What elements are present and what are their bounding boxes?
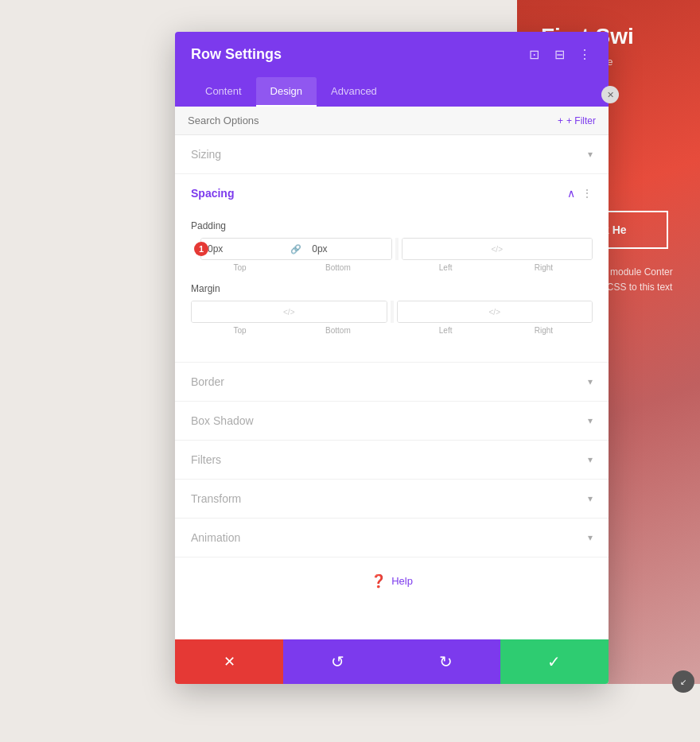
spacing-section-header[interactable]: Spacing ∧ ⋮: [175, 174, 609, 212]
section-transform: Transform ▾: [175, 480, 609, 519]
tab-content[interactable]: Content: [191, 77, 256, 107]
section-animation: Animation ▾: [175, 519, 609, 557]
box-shadow-chevron-icon: ▾: [588, 415, 593, 426]
padding-left-input[interactable]: [402, 239, 488, 259]
border-section-title: Border: [191, 375, 224, 388]
spacing-section-icons: ∧ ⋮: [567, 187, 593, 200]
help-text[interactable]: Help: [391, 575, 413, 587]
padding-bottom-label: Bottom: [289, 263, 387, 272]
padding-label: Padding: [191, 220, 593, 231]
search-input[interactable]: [188, 115, 558, 126]
box-shadow-section-header[interactable]: Box Shadow ▾: [175, 402, 609, 440]
separator: [395, 238, 399, 260]
margin-left-right-pair: </>: [397, 301, 593, 323]
animation-section-title: Animation: [191, 531, 240, 544]
filters-section-header[interactable]: Filters ▾: [175, 441, 609, 479]
section-filters: Filters ▾: [175, 441, 609, 480]
modal-header-icons: ⊡ ⊟ ⋮: [526, 47, 593, 63]
padding-tb-labels: Top Bottom: [191, 263, 387, 272]
filter-plus-icon: +: [558, 115, 563, 126]
padding-top-input[interactable]: [201, 239, 286, 259]
modal-content: Sizing ▾ Spacing ∧ ⋮ Padding 1: [175, 135, 609, 639]
filters-section-title: Filters: [191, 453, 221, 466]
cancel-icon: ✕: [224, 653, 235, 670]
padding-left-label: Left: [397, 263, 495, 272]
link-margin-tb-icon[interactable]: </>: [279, 301, 298, 322]
margin-label-separator: [391, 326, 394, 335]
filter-button[interactable]: + + Filter: [558, 115, 596, 126]
modal-header: Row Settings ⊡ ⊟ ⋮: [175, 32, 609, 77]
drag-icon: ↙: [680, 678, 686, 686]
padding-row-wrapper: 1 🔗 </>: [200, 238, 593, 260]
row-settings-modal: Row Settings ⊡ ⊟ ⋮ Content Design Advanc…: [175, 32, 609, 684]
padding-lr-labels: Left Right: [397, 263, 593, 272]
margin-fields-row: </> </>: [191, 301, 593, 323]
padding-fields-row: 🔗 </>: [200, 238, 593, 260]
step-badge: 1: [194, 242, 208, 256]
margin-separator: [391, 301, 394, 323]
section-border: Border ▾: [175, 363, 609, 402]
more-options-icon[interactable]: ⋮: [577, 47, 593, 63]
section-box-shadow: Box Shadow ▾: [175, 402, 609, 441]
margin-right-input[interactable]: [504, 301, 592, 322]
sizing-section-header[interactable]: Sizing ▾: [175, 135, 609, 173]
modal-footer: ✕ ↺ ↻ ✓: [175, 639, 609, 684]
border-section-header[interactable]: Border ▾: [175, 363, 609, 401]
columns-icon[interactable]: ⊟: [551, 47, 567, 63]
margin-left-label: Left: [397, 326, 495, 335]
modal-title: Row Settings: [191, 46, 282, 63]
confirm-icon: ✓: [547, 652, 561, 671]
animation-chevron-icon: ▾: [588, 532, 593, 543]
tab-design[interactable]: Design: [256, 77, 317, 107]
margin-labels: Top Bottom Left Right: [191, 326, 593, 335]
section-sizing: Sizing ▾: [175, 135, 609, 174]
section-spacing: Spacing ∧ ⋮ Padding 1 🔗: [175, 174, 609, 363]
drag-handle[interactable]: ↙: [672, 670, 694, 693]
redo-button[interactable]: ↻: [392, 639, 500, 684]
box-shadow-section-title: Box Shadow: [191, 414, 254, 427]
padding-left-right-pair: </>: [402, 238, 593, 260]
spacing-section-title: Spacing: [191, 187, 234, 200]
spacing-collapse-icon[interactable]: ∧: [567, 187, 575, 200]
spacing-content: Padding 1 🔗 </>: [175, 212, 609, 362]
margin-lr-labels: Left Right: [397, 326, 593, 335]
tab-advanced[interactable]: Advanced: [317, 77, 391, 107]
filter-label: + Filter: [566, 115, 596, 126]
label-separator: [391, 263, 394, 272]
sizing-chevron-icon: ▾: [588, 149, 593, 160]
modal-tabs: Content Design Advanced: [175, 77, 609, 107]
padding-labels: Top Bottom Left Right: [191, 263, 593, 272]
filters-chevron-icon: ▾: [588, 454, 593, 465]
search-bar: + + Filter: [175, 107, 609, 135]
spacing-more-icon[interactable]: ⋮: [581, 187, 593, 200]
padding-top-bottom-pair: 🔗: [200, 238, 392, 260]
fullscreen-icon[interactable]: ⊡: [526, 47, 542, 63]
margin-top-bottom-pair: </>: [191, 301, 387, 323]
help-section: ❓ Help: [175, 557, 609, 604]
preview-close-icon: ✕: [607, 90, 614, 100]
margin-bottom-label: Bottom: [289, 326, 387, 335]
margin-tb-labels: Top Bottom: [191, 326, 387, 335]
cancel-button[interactable]: ✕: [175, 639, 283, 684]
link-padding-icon[interactable]: 🔗: [286, 239, 305, 259]
link-margin-lr-icon[interactable]: </>: [485, 301, 504, 322]
margin-label: Margin: [191, 283, 593, 294]
margin-bottom-input[interactable]: [298, 301, 386, 322]
reset-icon: ↺: [331, 652, 344, 671]
transform-section-header[interactable]: Transform ▾: [175, 480, 609, 518]
preview-close-button[interactable]: ✕: [601, 86, 619, 103]
padding-right-label: Right: [495, 263, 593, 272]
padding-bottom-input[interactable]: [305, 239, 391, 259]
animation-section-header[interactable]: Animation ▾: [175, 519, 609, 557]
transform-chevron-icon: ▾: [588, 493, 593, 504]
link-padding-lr-icon[interactable]: </>: [488, 239, 507, 259]
margin-left-input[interactable]: [398, 301, 485, 322]
margin-top-label: Top: [191, 326, 289, 335]
transform-section-title: Transform: [191, 492, 241, 505]
margin-top-input[interactable]: [192, 301, 279, 322]
confirm-button[interactable]: ✓: [500, 639, 609, 684]
sizing-section-title: Sizing: [191, 148, 221, 161]
padding-right-input[interactable]: [507, 239, 592, 259]
help-icon: ❓: [371, 573, 387, 589]
reset-button[interactable]: ↺: [283, 639, 391, 684]
